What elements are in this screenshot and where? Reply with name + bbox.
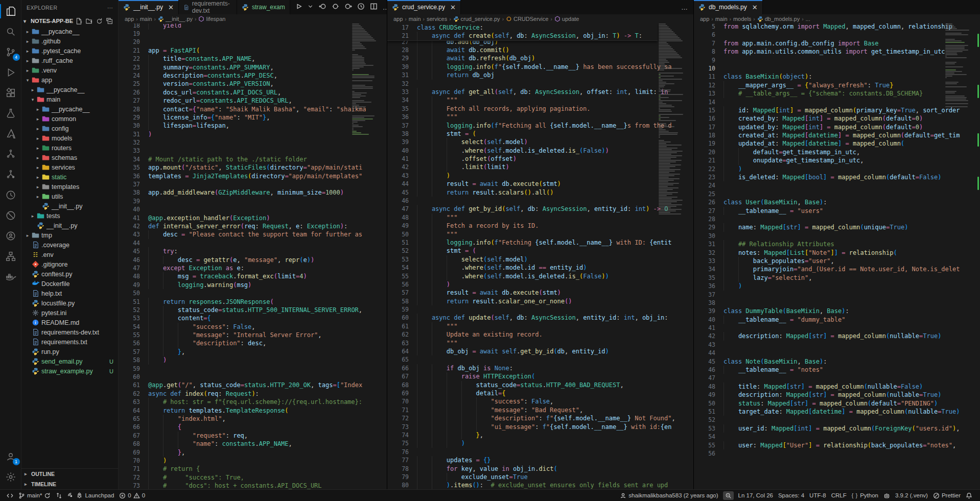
tree-item-common[interactable]: ▸common	[21, 114, 118, 124]
breadcrumb-item[interactable]: models	[733, 16, 751, 22]
breadcrumb-item[interactable]: lifespan	[198, 16, 225, 22]
sidebar-more-icon[interactable]: ⋯	[107, 5, 113, 11]
tree-item-tmp[interactable]: ▸tmp	[21, 230, 118, 240]
status-copilot[interactable]	[881, 490, 893, 501]
activity-testing[interactable]	[0, 103, 21, 124]
tree-item-README.md[interactable]: README.md	[21, 318, 118, 327]
minimap[interactable]	[659, 23, 690, 489]
history-action[interactable]	[357, 3, 365, 12]
activity-gitlens[interactable]	[0, 185, 21, 205]
tree-item-.coverage[interactable]: .coverage	[21, 240, 118, 250]
tree-item-__init__.py[interactable]: __init__.py	[21, 201, 118, 211]
collapse-all-icon[interactable]	[106, 18, 113, 25]
code-editor[interactable]: 5from sqlalchemy.orm import Mapped, mapp…	[694, 23, 980, 489]
tree-item-services[interactable]: ▸services	[21, 162, 118, 172]
tree-item-requirements.txt[interactable]: requirements.txt	[21, 337, 118, 347]
status-python-interpreter[interactable]: 3.9.2 (.venv)	[893, 490, 930, 501]
tab-__init__.py[interactable]: __init__.py✕	[119, 0, 179, 14]
activity-hierarchy[interactable]	[0, 246, 21, 267]
code-editor[interactable]: 18yield192021app = FastAPI(22title=const…	[119, 23, 387, 489]
tree-item-.gitignore[interactable]: .gitignore	[21, 259, 118, 269]
status-zoom-indicator[interactable]	[723, 491, 734, 500]
close-icon[interactable]: ✕	[752, 4, 758, 11]
tree-item-.ruff_cache[interactable]: ▸.ruff_cache	[21, 56, 118, 65]
tree-item-locustfile.py[interactable]: locustfile.py	[21, 298, 118, 308]
breadcrumb-item[interactable]: crud_service.py	[453, 16, 500, 22]
run-action[interactable]	[295, 3, 302, 12]
tree-item-main[interactable]: ▾main	[21, 94, 118, 104]
activity-docker[interactable]	[0, 267, 21, 287]
tree-item-templates[interactable]: ▸templates	[21, 182, 118, 192]
status-indentation[interactable]: Spaces: 4	[776, 490, 807, 501]
breadcrumb-item[interactable]: db_models.py	[757, 16, 800, 22]
tree-item-__pycache__[interactable]: ▸__pycache__	[21, 85, 118, 94]
tree-item-run.py[interactable]: run.py	[21, 347, 118, 356]
tree-item-config[interactable]: ▸config	[21, 124, 118, 133]
breadcrumb-item[interactable]: services	[427, 16, 447, 22]
tab-straw_exam[interactable]: straw_exam	[237, 0, 290, 14]
tab-crud_service.py[interactable]: crud_service.py✕	[387, 0, 461, 14]
new-file-icon[interactable]	[76, 18, 82, 25]
status-launchpad[interactable]: Launchpad	[65, 490, 116, 501]
code-editor[interactable]: 27db.add(db_obj)28await db.commit()29awa…	[387, 23, 693, 489]
tab-requirements-dev.txt[interactable]: requirements-dev.txt	[179, 0, 237, 14]
breadcrumb-item[interactable]: __init__.py	[158, 16, 193, 22]
chevron-down-action[interactable]	[307, 3, 314, 12]
activity-todo-tree-alt[interactable]	[0, 164, 21, 185]
tree-item-help.txt[interactable]: help.txt	[21, 289, 118, 298]
status-prettier[interactable]: Prettier	[930, 490, 963, 501]
activity-source-control[interactable]: 4	[0, 42, 21, 62]
breadcrumb-item[interactable]: main	[140, 16, 152, 22]
tree-item-conftest.py[interactable]: conftest.py	[21, 269, 118, 279]
status-language-mode[interactable]: { }Python	[849, 490, 881, 501]
activity-explorer[interactable]	[0, 1, 21, 21]
outline-panel-header[interactable]: ▸OUTLINE	[21, 469, 118, 479]
status-cursor-position[interactable]: Ln 17, Col 26	[736, 490, 776, 501]
tree-item-__init__.py[interactable]: __init__.py	[21, 221, 118, 230]
tree-item-tests[interactable]: ▸tests	[21, 211, 118, 221]
activity-accounts[interactable]: 1	[0, 446, 21, 467]
tree-item-pytest.ini[interactable]: pytest.ini	[21, 308, 118, 318]
activity-azure[interactable]	[0, 124, 21, 144]
new-folder-icon[interactable]	[86, 18, 92, 25]
breadcrumb-item[interactable]: CRUDService	[506, 16, 548, 22]
tree-item-static[interactable]: ▸static	[21, 172, 118, 182]
tree-item-straw_example.py[interactable]: straw_example.pyU	[21, 366, 118, 376]
close-icon[interactable]: ✕	[450, 4, 456, 11]
split-action[interactable]	[370, 3, 378, 12]
breadcrumb-item[interactable]: app	[700, 16, 709, 22]
status-git-branch[interactable]: main*	[16, 490, 53, 501]
activity-run-debug[interactable]	[0, 62, 21, 83]
tree-item-.env[interactable]: .env	[21, 250, 118, 259]
close-icon[interactable]: ✕	[168, 4, 174, 11]
activity-search[interactable]	[0, 21, 21, 42]
status-encoding[interactable]: UTF-8	[807, 490, 829, 501]
status-remote-indicator[interactable]	[4, 490, 16, 501]
tree-item-schemas[interactable]: ▸schemas	[21, 153, 118, 162]
breadcrumb-item[interactable]: main	[409, 16, 421, 22]
tree-item-models[interactable]: ▸models	[21, 133, 118, 143]
tree-item-send_email.py[interactable]: send_email.pyU	[21, 356, 118, 366]
breadcrumb-item[interactable]: app	[125, 16, 134, 22]
breadcrumb-item[interactable]: update	[554, 16, 579, 22]
status-problems[interactable]: 00	[116, 490, 148, 501]
timeline-panel-header[interactable]: ▸TIMELINE	[21, 479, 118, 489]
activity-live-share[interactable]	[0, 226, 21, 246]
more-actions-icon[interactable]: …	[681, 4, 688, 11]
tree-item-app[interactable]: ▾app	[21, 75, 118, 85]
activity-extensions[interactable]	[0, 83, 21, 103]
tree-item-.pytest_cache[interactable]: ▸.pytest_cache	[21, 46, 118, 56]
minimap[interactable]	[352, 23, 384, 489]
activity-todo-tree[interactable]	[0, 144, 21, 164]
status-notifications[interactable]	[963, 490, 975, 501]
tree-item-utils[interactable]: ▸utils	[21, 192, 118, 201]
tree-item-Dockerfile[interactable]: Dockerfile	[21, 279, 118, 289]
activity-settings[interactable]	[0, 467, 21, 487]
breadcrumb-item[interactable]: app	[393, 16, 403, 22]
tree-item-__pycache__[interactable]: ▸__pycache__	[21, 27, 118, 36]
activity-disable-extension[interactable]	[0, 205, 21, 226]
breadcrumb-item[interactable]: ...	[806, 16, 810, 22]
nav-back-action[interactable]	[319, 3, 326, 12]
tree-item-.github[interactable]: ▸.github	[21, 36, 118, 46]
tree-item-routers[interactable]: ▸routers	[21, 143, 118, 153]
